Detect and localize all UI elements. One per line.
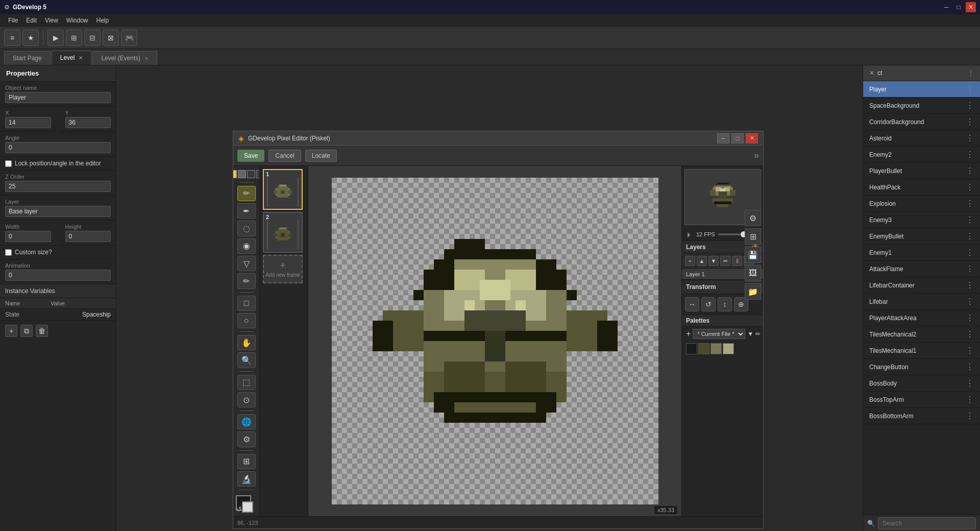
toolbar-star-btn[interactable]: ★ [22, 30, 39, 46]
obj-item-enemy2[interactable]: Enemy2 ⋮ [863, 147, 980, 163]
swatch-4[interactable] [723, 343, 734, 354]
swatch-3[interactable] [710, 343, 722, 354]
pe-maximize-button[interactable]: □ [731, 133, 744, 143]
obj-menu-healthpack[interactable]: ⋮ [966, 182, 974, 192]
color-mode-1[interactable] [233, 170, 237, 178]
lock-position-checkbox[interactable] [5, 160, 12, 167]
obj-menu-attackflame[interactable]: ⋮ [966, 264, 974, 274]
menu-view[interactable]: View [41, 16, 62, 25]
pe-save-icon[interactable]: 💾 [745, 247, 761, 263]
obj-menu-playerattackarea[interactable]: ⋮ [966, 313, 974, 323]
layer-up-button[interactable]: ▲ [697, 256, 707, 266]
obj-item-lifebarcontainer[interactable]: LifebarContainer ⋮ [863, 277, 980, 294]
toolbar-table-btn[interactable]: ⊟ [84, 30, 101, 46]
selection-rect-tool[interactable]: ⬚ [237, 375, 256, 390]
delete-var-button[interactable]: 🗑 [36, 325, 48, 337]
tab-level[interactable]: Level ✕ [52, 51, 92, 65]
obj-menu-bossbody[interactable]: ⋮ [966, 378, 974, 388]
obj-menu-enemybullet[interactable]: ⋮ [966, 231, 974, 241]
pe-minimize-button[interactable]: ─ [717, 133, 729, 143]
shape-pencil-tool[interactable]: ✒ [237, 203, 256, 219]
custom-size-checkbox[interactable] [5, 249, 12, 256]
pe-settings-icon[interactable]: ⚙ [745, 210, 761, 226]
obj-item-bossbody[interactable]: BossBody ⋮ [863, 375, 980, 392]
angle-input[interactable] [5, 142, 111, 153]
toolbar-grid-btn[interactable]: ⊞ [66, 30, 82, 46]
obj-item-spacebackground[interactable]: SpaceBackground ⋮ [863, 98, 980, 114]
flip-v-button[interactable]: ↕ [718, 297, 732, 311]
obj-menu-bossbottomarm[interactable]: ⋮ [966, 411, 974, 421]
obj-item-enemy1[interactable]: Enemy1 ⋮ [863, 245, 980, 261]
obj-item-attackflame[interactable]: AttackFlame ⋮ [863, 261, 980, 277]
right-panel-more[interactable]: ⋮ [968, 69, 974, 77]
obj-item-bossbottomarm[interactable]: BossBottomArm ⋮ [863, 408, 980, 424]
obj-menu-lifebarcontainer[interactable]: ⋮ [966, 280, 974, 290]
obj-item-bosstoparm[interactable]: BossTopArm ⋮ [863, 392, 980, 408]
obj-menu-tilesmechanical1[interactable]: ⋮ [966, 346, 974, 355]
tab-level-events[interactable]: Level (Events) ✕ [92, 51, 157, 65]
layer-merge-button[interactable]: ⇩ [732, 256, 742, 266]
fill-tool[interactable]: ▽ [237, 256, 256, 271]
globe-tool[interactable]: 🌐 [237, 414, 256, 429]
obj-menu-asteroid[interactable]: ⋮ [966, 133, 974, 143]
add-layer-button[interactable]: + [685, 256, 695, 266]
obj-menu-enemy3[interactable]: ⋮ [966, 215, 974, 225]
swap-colors-icon[interactable]: ↺ [236, 505, 242, 513]
z-order-input[interactable] [5, 181, 111, 192]
palette-edit-icon[interactable]: ✏ [755, 330, 761, 337]
width-input[interactable] [5, 231, 51, 242]
pe-close-button[interactable]: ✕ [746, 133, 758, 143]
x-input[interactable] [5, 117, 51, 128]
pe-locate-button[interactable]: Locate [305, 150, 337, 162]
tab-start-page[interactable]: Start Page [4, 51, 51, 65]
color-mode-3[interactable] [247, 170, 255, 178]
move-tool[interactable]: ✋ [237, 335, 256, 350]
obj-menu-spacebackground[interactable]: ⋮ [966, 101, 974, 110]
close-button[interactable]: ✕ [966, 2, 976, 12]
obj-menu-player[interactable]: ⋮ [966, 84, 974, 94]
circle-tool[interactable]: ○ [237, 313, 256, 328]
palette-more-icon[interactable]: ▼ [747, 330, 753, 337]
obj-item-explosion[interactable]: Explosion ⋮ [863, 196, 980, 212]
eyedropper-tool[interactable]: 🔍 [237, 352, 256, 368]
settings-tool[interactable]: ⚙ [237, 431, 256, 447]
obj-item-corridorbackground[interactable]: CorridorBackground ⋮ [863, 114, 980, 130]
stroke-tool[interactable]: ✏ [237, 273, 256, 288]
obj-menu-explosion[interactable]: ⋮ [966, 199, 974, 208]
obj-menu-playerbullet[interactable]: ⋮ [966, 166, 974, 176]
pencil-tool[interactable]: ✏ [237, 186, 256, 201]
obj-item-tilesmechanical2[interactable]: TilesMechanical2 ⋮ [863, 326, 980, 343]
obj-item-player[interactable]: Player ⋮ [863, 81, 980, 98]
canvas-area[interactable]: x35.33 [308, 166, 681, 516]
y-input[interactable] [65, 117, 111, 128]
obj-item-healthpack[interactable]: HealthPack ⋮ [863, 179, 980, 196]
minimize-button[interactable]: ─ [941, 2, 951, 12]
add-frame-button[interactable]: + Add new frame [263, 255, 303, 283]
object-name-input[interactable] [5, 92, 111, 103]
selection-lasso-tool[interactable]: ⊙ [237, 392, 256, 407]
obj-menu-bosstoparm[interactable]: ⋮ [966, 395, 974, 404]
menu-file[interactable]: File [4, 16, 22, 25]
pe-folder-icon[interactable]: 📁 [745, 283, 761, 300]
menu-window[interactable]: Window [62, 16, 92, 25]
obj-menu-enemy2[interactable]: ⋮ [966, 150, 974, 159]
right-panel-close[interactable]: ✕ [869, 69, 874, 77]
pixel-canvas[interactable] [332, 178, 658, 504]
height-input[interactable] [65, 231, 111, 242]
color-mode-4[interactable] [256, 170, 260, 178]
obj-menu-corridorbackground[interactable]: ⋮ [966, 117, 974, 127]
obj-item-changebutton[interactable]: ChangeButton ⋮ [863, 359, 980, 375]
sample-tool[interactable]: 🔬 [237, 471, 256, 487]
toolbar-columns-btn[interactable]: ⊠ [103, 30, 119, 46]
swatch-2[interactable] [698, 343, 709, 354]
secondary-color-swatch[interactable] [242, 501, 253, 513]
obj-menu-lifebar[interactable]: ⋮ [966, 297, 974, 306]
pe-more-button[interactable]: » [754, 150, 759, 161]
palette-add-icon[interactable]: + [686, 329, 691, 339]
eraser-tool[interactable]: ◌ [237, 221, 256, 236]
obj-item-playerattackarea[interactable]: PlayerAttackArea ⋮ [863, 310, 980, 326]
checker-tool[interactable]: ⊞ [237, 454, 256, 469]
obj-item-asteroid[interactable]: Asteroid ⋮ [863, 130, 980, 147]
toolbar-menu-btn[interactable]: ≡ [4, 30, 20, 46]
menu-help[interactable]: Help [92, 16, 113, 25]
